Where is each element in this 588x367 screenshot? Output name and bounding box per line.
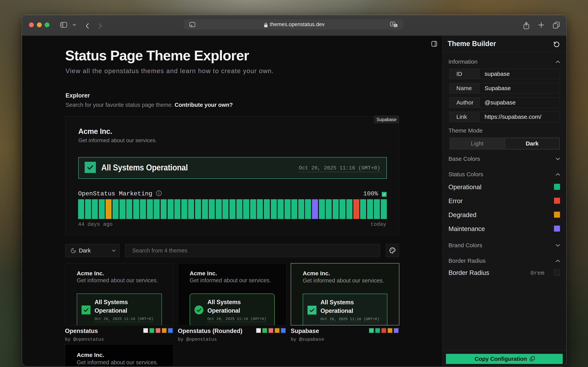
- svg-text:A: A: [392, 22, 394, 25]
- svg-text:文: 文: [395, 24, 397, 27]
